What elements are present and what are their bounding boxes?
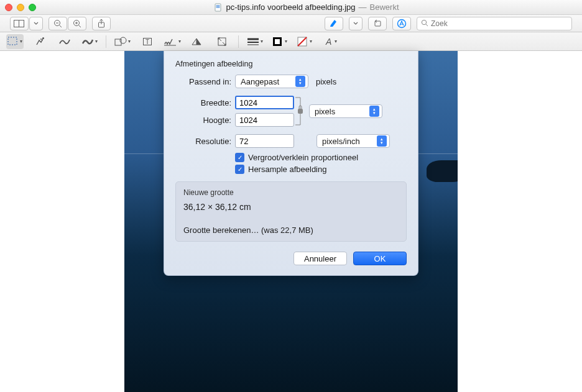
search-icon (421, 18, 428, 29)
svg-point-19 (40, 39, 42, 40)
height-input[interactable] (235, 113, 294, 127)
share-button[interactable] (92, 17, 111, 30)
adjust-size-button[interactable] (213, 34, 231, 49)
size-unit-value: pixels (315, 107, 335, 116)
resolution-input[interactable] (235, 134, 294, 148)
resolution-label: Resolutie: (175, 137, 231, 146)
fit-unit-label: pixels (316, 77, 336, 86)
highlight-button[interactable] (325, 17, 343, 30)
main-toolbar (0, 15, 582, 32)
markup-toggle-button[interactable] (392, 17, 411, 30)
minimize-window-button[interactable] (17, 4, 24, 11)
fit-into-value: Aangepast (241, 77, 279, 86)
sign-tool-button[interactable]: ▾ (164, 34, 181, 49)
width-label: Breedte: (175, 98, 231, 107)
new-size-panel: Nieuwe grootte 36,12 × 36,12 cm Grootte … (175, 181, 407, 242)
aspect-lock-bracket (294, 93, 305, 129)
select-arrows-icon: ▴▾ (369, 106, 379, 117)
text-style-button[interactable]: A ▾ (321, 34, 338, 49)
fill-color-button[interactable]: ▾ (296, 34, 313, 49)
resample-checkbox[interactable]: ✓ (235, 165, 244, 174)
fit-into-label: Passend in: (175, 77, 231, 86)
svg-rect-3 (19, 20, 24, 27)
dialog-section-title: Afmetingen afbeelding (175, 60, 407, 68)
height-label: Hoogte: (175, 116, 231, 125)
document-title: pc-tips.info voorbeeld afbeelding.jpg (226, 2, 355, 12)
document-status-separator: — (359, 2, 367, 12)
chevron-down-icon: ▾ (128, 39, 131, 44)
window-titlebar: pc-tips.info voorbeeld afbeelding.jpg — … (0, 0, 582, 15)
chevron-down-icon: ▾ (20, 39, 22, 44)
zoom-out-button[interactable] (48, 17, 67, 30)
markup-toolbar: ▾ ▾ ▾ T ▾ ▾ ▾ ▾ A ▾ (0, 32, 582, 51)
svg-line-8 (79, 25, 81, 27)
instant-alpha-button[interactable] (31, 34, 48, 49)
svg-rect-2 (14, 20, 19, 27)
chevron-down-icon: ▾ (95, 39, 98, 44)
toolbar-separator (238, 35, 239, 48)
chevron-down-icon: ▾ (261, 39, 263, 44)
chevron-down-icon: ▾ (178, 39, 181, 44)
new-size-dimensions: 36,12 × 36,12 cm (183, 202, 399, 212)
svg-point-18 (42, 37, 44, 39)
svg-point-15 (422, 20, 426, 24)
chevron-down-icon: ▾ (310, 39, 312, 44)
width-input[interactable] (235, 96, 294, 109)
zoom-window-button[interactable] (29, 4, 36, 11)
new-size-calculation: Grootte berekenen… (was 22,7 MB) (183, 226, 399, 235)
resample-label: Hersample afbeelding (248, 165, 326, 174)
scale-proportionally-label: Vergroot/verklein proportioneel (248, 153, 358, 162)
search-field[interactable] (417, 17, 572, 30)
svg-text:A: A (325, 37, 331, 47)
scale-proportionally-checkbox[interactable]: ✓ (235, 153, 244, 162)
image-detail (427, 160, 458, 182)
draw-tool-button[interactable]: ▾ (81, 34, 98, 49)
rotate-button[interactable] (368, 17, 387, 30)
fit-into-select[interactable]: Aangepast ▴▾ (235, 75, 308, 88)
sidebar-toggle-button[interactable] (10, 17, 29, 30)
text-tool-button[interactable]: T (139, 34, 156, 49)
highlight-chevron[interactable] (349, 17, 363, 30)
svg-rect-1 (216, 5, 220, 8)
resize-dialog: Afmetingen afbeelding Passend in: Aangep… (164, 51, 418, 276)
size-unit-select[interactable]: pixels ▴▾ (309, 104, 382, 118)
shapes-button[interactable]: ▾ (114, 34, 131, 49)
resolution-unit-select[interactable]: pixels/inch ▴▾ (316, 134, 390, 148)
svg-rect-17 (8, 37, 17, 45)
border-style-button[interactable]: ▾ (246, 34, 264, 49)
new-size-header: Nieuwe grootte (183, 188, 399, 197)
resolution-unit-value: pixels/inch (322, 137, 360, 146)
svg-point-20 (42, 40, 43, 41)
search-input[interactable] (431, 19, 568, 28)
ok-button[interactable]: OK (353, 252, 407, 265)
document-status: Bewerkt (370, 2, 399, 12)
chevron-down-icon: ▾ (335, 39, 337, 44)
svg-line-16 (426, 24, 428, 26)
sidebar-toggle-chevron[interactable] (29, 17, 43, 30)
select-arrows-icon: ▴▾ (377, 135, 387, 147)
zoom-in-button[interactable] (68, 17, 86, 30)
sketch-tool-button[interactable] (56, 34, 73, 49)
document-icon (214, 3, 223, 12)
canvas-area: Afmetingen afbeelding Passend in: Aangep… (0, 51, 582, 392)
chevron-down-icon: ▾ (285, 39, 287, 44)
selection-tool-button[interactable]: ▾ (6, 34, 24, 49)
svg-rect-31 (275, 39, 280, 44)
select-arrows-icon: ▴▾ (295, 76, 305, 87)
svg-rect-35 (298, 109, 303, 114)
toolbar-separator (106, 35, 106, 48)
svg-line-5 (60, 25, 62, 27)
border-color-button[interactable]: ▾ (271, 34, 289, 49)
close-window-button[interactable] (5, 4, 12, 11)
svg-text:T: T (146, 39, 149, 45)
cancel-button[interactable]: Annuleer (293, 252, 347, 265)
adjust-color-button[interactable] (188, 34, 206, 49)
